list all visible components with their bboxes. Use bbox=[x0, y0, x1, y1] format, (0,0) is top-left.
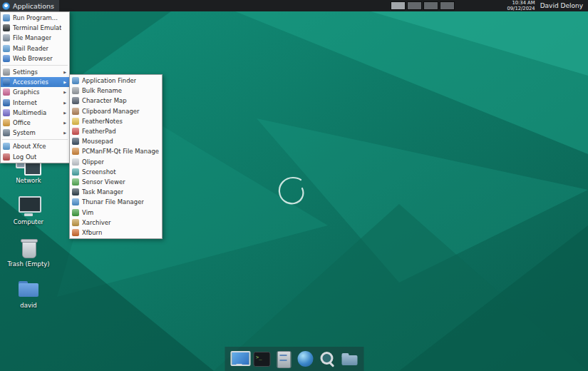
menu-item-settings[interactable]: Settings ▶ bbox=[1, 67, 69, 77]
clock-date: 09/12/2024 bbox=[507, 6, 535, 11]
submenu-item-icon bbox=[72, 97, 79, 104]
desktop-icon-folder[interactable]: david bbox=[6, 279, 51, 309]
menu-item-terminal[interactable]: Terminal Emulator ▶ bbox=[1, 23, 69, 33]
menu-item-icon bbox=[3, 24, 10, 31]
submenu-item-xarchiver[interactable]: Xarchiver bbox=[70, 218, 162, 228]
xfce-mouse-logo-icon bbox=[2, 2, 10, 10]
menu-item-label: Web Browser bbox=[13, 55, 53, 62]
menu-item-label: Mail Reader bbox=[13, 45, 48, 52]
menu-item-multimedia[interactable]: Multimedia ▶ bbox=[1, 108, 69, 118]
submenu-item-label: Clipboard Manager bbox=[82, 108, 140, 115]
tray-icon-bell[interactable] bbox=[495, 2, 502, 10]
dock-launcher-icon bbox=[340, 350, 359, 368]
submenu-item-icon bbox=[72, 87, 79, 94]
submenu-item-clipboard-manager[interactable]: Clipboard Manager bbox=[70, 106, 162, 116]
menu-item-label: Log Out bbox=[13, 153, 36, 161]
dock-launcher-folder[interactable] bbox=[339, 349, 359, 369]
menu-item-icon bbox=[3, 88, 10, 96]
dock-launcher-web-browser[interactable] bbox=[295, 349, 315, 369]
submenu-item-icon bbox=[72, 209, 79, 216]
menu-item-log-out[interactable]: Log Out ▶ bbox=[1, 151, 69, 161]
submenu-arrow-icon: ▶ bbox=[61, 101, 66, 105]
bottom-dock bbox=[225, 347, 363, 371]
submenu-item-label: Mousepad bbox=[82, 138, 113, 145]
menu-separator bbox=[2, 65, 68, 66]
desktop-icon-image bbox=[15, 279, 42, 300]
submenu-item-label: Xfburn bbox=[82, 229, 102, 236]
top-panel: Applications 10:34 AM 09/12/2024 David D… bbox=[0, 0, 588, 11]
submenu-item-feathernotes[interactable]: FeatherNotes bbox=[70, 116, 162, 126]
applications-menu: Run Program... ▶ Terminal Emulator ▶ Fil… bbox=[0, 11, 70, 163]
submenu-item-mousepad[interactable]: Mousepad bbox=[70, 136, 162, 146]
task-button[interactable] bbox=[440, 1, 455, 10]
tray-icon-network[interactable] bbox=[460, 2, 468, 10]
submenu-item-thunar[interactable]: Thunar File Manager bbox=[70, 197, 162, 207]
task-button[interactable] bbox=[407, 1, 422, 10]
menu-item-about-xfce[interactable]: About Xfce ▶ bbox=[1, 141, 69, 151]
submenu-item-bulk-rename[interactable]: Bulk Rename bbox=[70, 86, 162, 96]
menu-item-label: Run Program... bbox=[13, 14, 58, 21]
submenu-item-featherpad[interactable]: FeatherPad bbox=[70, 126, 162, 136]
menu-item-icon bbox=[3, 45, 10, 52]
submenu-item-icon bbox=[72, 198, 79, 205]
submenu-item-pcmanfm-qt[interactable]: PCManFM-Qt File Manager bbox=[70, 146, 162, 156]
dock-launcher-terminal[interactable] bbox=[251, 349, 271, 369]
menu-item-graphics[interactable]: Graphics ▶ bbox=[1, 87, 69, 97]
window-tasklist bbox=[391, 1, 455, 10]
submenu-item-task-manager[interactable]: Task Manager bbox=[70, 187, 162, 197]
submenu-item-application-finder[interactable]: Application Finder bbox=[70, 76, 162, 86]
submenu-item-label: Vim bbox=[82, 209, 93, 216]
menu-item-file-manager[interactable]: File Manager ▶ bbox=[1, 33, 69, 43]
dock-launcher-app-finder[interactable] bbox=[317, 349, 337, 369]
desktop-icon-trash[interactable]: Trash (Empty) bbox=[6, 238, 51, 268]
submenu-item-label: Bulk Rename bbox=[82, 87, 122, 94]
desktop-icon-computer[interactable]: Computer bbox=[6, 195, 51, 225]
menu-item-icon bbox=[3, 109, 10, 116]
submenu-item-icon bbox=[72, 148, 79, 155]
submenu-item-label: FeatherPad bbox=[82, 128, 116, 135]
menu-item-accessories[interactable]: Accessories ▶ bbox=[1, 77, 69, 87]
menu-item-label: Accessories bbox=[13, 78, 48, 86]
panel-clock[interactable]: 10:34 AM 09/12/2024 bbox=[507, 0, 535, 11]
task-button[interactable] bbox=[391, 1, 406, 10]
menu-item-label: About Xfce bbox=[13, 143, 46, 150]
tray-icon-battery[interactable] bbox=[483, 2, 491, 10]
user-menu[interactable]: David Delony bbox=[540, 2, 583, 9]
submenu-arrow-icon: ▶ bbox=[61, 111, 66, 115]
applications-label: Applications bbox=[13, 2, 54, 10]
submenu-item-character-map[interactable]: Character Map bbox=[70, 96, 162, 106]
menu-item-office[interactable]: Office ▶ bbox=[1, 118, 69, 128]
menu-item-run[interactable]: Run Program... ▶ bbox=[1, 13, 69, 23]
menu-item-label: Internet bbox=[13, 99, 37, 106]
task-button[interactable] bbox=[423, 1, 438, 10]
submenu-item-sensor-viewer[interactable]: Sensor Viewer bbox=[70, 177, 162, 187]
submenu-arrow-icon: ▶ bbox=[61, 131, 66, 135]
submenu-item-label: Sensor Viewer bbox=[82, 178, 125, 186]
menu-item-internet[interactable]: Internet ▶ bbox=[1, 98, 69, 108]
menu-item-system[interactable]: System ▶ bbox=[1, 128, 69, 138]
desktop-icon-label: Computer bbox=[14, 219, 43, 225]
menu-item-web-browser[interactable]: Web Browser ▶ bbox=[1, 54, 69, 63]
applications-menu-button[interactable]: Applications bbox=[0, 0, 59, 11]
system-tray bbox=[460, 2, 502, 10]
menu-item-label: System bbox=[13, 129, 36, 136]
submenu-item-icon bbox=[72, 77, 79, 84]
menu-item-label: Settings bbox=[13, 68, 38, 76]
dock-launcher-display[interactable] bbox=[229, 349, 249, 369]
tray-icon-volume[interactable] bbox=[472, 2, 480, 10]
submenu-arrow-icon: ▶ bbox=[61, 121, 66, 125]
submenu-item-icon bbox=[72, 138, 79, 145]
submenu-item-icon bbox=[72, 188, 79, 195]
menu-separator bbox=[2, 139, 68, 140]
menu-item-icon bbox=[3, 153, 10, 161]
menu-item-label: Multimedia bbox=[13, 109, 46, 116]
clock-time: 10:34 AM bbox=[507, 0, 535, 6]
submenu-item-screenshot[interactable]: Screenshot bbox=[70, 167, 162, 177]
submenu-item-xfburn[interactable]: Xfburn bbox=[70, 228, 162, 238]
submenu-item-label: Task Manager bbox=[82, 188, 123, 195]
dock-launcher-icon bbox=[296, 350, 314, 368]
submenu-item-vim[interactable]: Vim bbox=[70, 207, 162, 217]
dock-launcher-file-cabinet[interactable] bbox=[273, 349, 293, 369]
submenu-item-qlipper[interactable]: Qlipper bbox=[70, 157, 162, 167]
menu-item-mail[interactable]: Mail Reader ▶ bbox=[1, 44, 69, 54]
